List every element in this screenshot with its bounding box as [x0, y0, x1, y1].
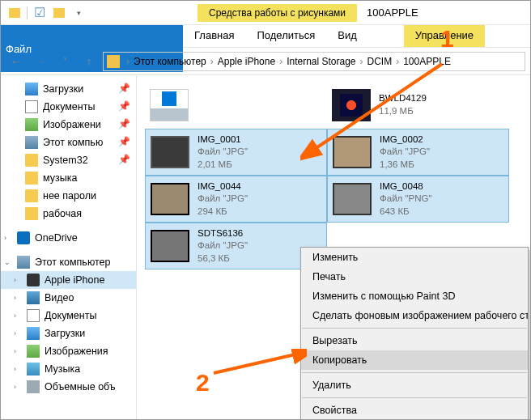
sidebar-item-video[interactable]: ›Видео	[1, 289, 136, 307]
pin-icon: 📌	[118, 136, 131, 149]
ctx-properties[interactable]: Свойства	[301, 401, 528, 420]
up-button[interactable]: ↑	[79, 51, 100, 72]
back-button[interactable]: ←	[6, 51, 27, 72]
sidebar-item-volumes[interactable]: ›Объемные объ	[1, 378, 136, 396]
thumbnail	[151, 183, 189, 215]
tab-share[interactable]: Поделиться	[245, 25, 326, 47]
separator	[302, 328, 527, 329]
sidebar-item-work[interactable]: рабочая	[1, 205, 136, 223]
file-info: SDTS6136 Файл "JPG" 56,3 КБ	[198, 227, 248, 265]
file-item[interactable]: IMG_0048 Файл "PNG" 643 КБ	[327, 176, 509, 223]
file-size: 2,01 МБ	[198, 159, 248, 172]
file-item[interactable]	[145, 82, 327, 129]
phone-icon	[27, 274, 40, 286]
sidebar-item-pictures2[interactable]: ›Изображения	[1, 342, 136, 360]
folder-icon	[25, 154, 38, 167]
tab-view[interactable]: Вид	[326, 25, 368, 47]
sidebar-item-nopass[interactable]: нее пароли	[1, 187, 136, 205]
sidebar-item-thispc-quick[interactable]: Этот компью📌	[1, 134, 136, 151]
sidebar-item-documents[interactable]: Документы📌	[1, 98, 136, 116]
separator	[302, 372, 527, 373]
file-type: 11,9 МБ	[379, 105, 427, 118]
sidebar-item-system32[interactable]: System32📌	[1, 151, 136, 169]
ctx-wallpaper[interactable]: Сделать фоновым изображением рабочего ст…	[301, 306, 528, 325]
pin-icon: 📌	[118, 118, 131, 131]
sidebar-item-onedrive[interactable]: ›OneDrive	[1, 229, 136, 247]
sidebar-item-downloads2[interactable]: ›Загрузки	[1, 325, 136, 342]
breadcrumb[interactable]: › Этот компьютер› Apple iPhone› Internal…	[103, 52, 525, 71]
document-icon	[25, 100, 38, 113]
file-name: IMG_0001	[198, 134, 248, 146]
ctx-print[interactable]: Печать	[301, 267, 528, 286]
ctx-delete[interactable]: Удалить	[301, 375, 528, 395]
picture-icon	[27, 345, 40, 358]
forward-button[interactable]: →	[30, 51, 51, 72]
sidebar-item-pictures[interactable]: Изображени📌	[1, 116, 136, 134]
file-type: Файл "JPG"	[198, 240, 248, 252]
thumbnail	[333, 136, 372, 168]
thumbnail	[332, 89, 371, 121]
file-type: Файл "PNG"	[380, 193, 432, 206]
chevron-right-icon: ›	[14, 312, 22, 320]
sidebar-item-music2[interactable]: ›Музыка	[1, 360, 136, 378]
file-size: 294 КБ	[198, 206, 248, 218]
file-item[interactable]: IMG_0001 Файл "JPG" 2,01 МБ	[145, 129, 327, 176]
file-name: SDTS6136	[198, 227, 248, 240]
drive-icon	[27, 380, 40, 393]
folder-icon	[107, 55, 120, 68]
annotation-2: 2	[196, 369, 210, 397]
file-info: IMG_0044 Файл "JPG" 294 КБ	[198, 180, 248, 218]
file-size: 56,3 КБ	[198, 252, 248, 265]
crumb-storage[interactable]: Internal Storage	[284, 56, 358, 67]
pin-icon: 📌	[118, 100, 131, 113]
ctx-cut[interactable]: Вырезать	[301, 331, 528, 350]
properties-icon[interactable]: ☑	[31, 4, 49, 22]
file-type: Файл "JPG"	[198, 146, 248, 159]
file-item[interactable]: IMG_0044 Файл "JPG" 294 КБ	[145, 176, 327, 223]
sidebar-item-downloads[interactable]: Загрузки📌	[1, 80, 136, 98]
file-type: Файл "JPG"	[380, 146, 430, 159]
chevron-right-icon: ›	[14, 365, 22, 373]
separator	[302, 397, 527, 398]
ctx-paint3d[interactable]: Изменить с помощью Paint 3D	[301, 286, 528, 306]
music-icon	[27, 363, 40, 375]
file-type: Файл "JPG"	[198, 193, 248, 206]
file-item[interactable]: BWLD4129 11,9 МБ	[327, 82, 509, 129]
chevron-down-icon: ⌄	[4, 258, 12, 266]
chevron-right-icon: ›	[14, 347, 22, 355]
chevron-right-icon: ›	[14, 383, 22, 391]
file-item[interactable]: IMG_0002 Файл "JPG" 1,36 МБ	[327, 129, 509, 176]
ctx-edit[interactable]: Изменить	[301, 248, 528, 267]
onedrive-icon	[17, 231, 30, 244]
new-folder-icon[interactable]	[50, 4, 68, 22]
annotation-1: 1	[440, 25, 454, 53]
thumbnail	[151, 230, 189, 262]
sidebar-item-documents2[interactable]: ›Документы	[1, 307, 136, 325]
download-icon	[25, 83, 38, 95]
recent-dropdown-icon[interactable]: ˅	[54, 51, 75, 72]
sidebar-item-iphone[interactable]: ›Apple iPhone	[1, 271, 136, 289]
document-icon	[27, 309, 40, 322]
thumbnail	[150, 89, 189, 121]
crumb-iphone[interactable]: Apple iPhone	[215, 56, 278, 67]
sidebar-item-thispc[interactable]: ⌄Этот компьютер	[1, 253, 136, 271]
crumb-pc[interactable]: Этот компьютер	[131, 56, 209, 67]
pin-icon: 📌	[118, 154, 131, 167]
sidebar-item-music-q[interactable]: музыка	[1, 169, 136, 187]
ctx-copy[interactable]: Копировать	[301, 350, 528, 370]
file-info: IMG_0002 Файл "JPG" 1,36 МБ	[380, 134, 430, 172]
title-bar: ☑ ▾ Средства работы с рисунками 100APPLE	[1, 1, 530, 25]
crumb-100apple[interactable]: 100APPLE	[401, 56, 453, 67]
video-icon	[27, 291, 40, 304]
tab-home[interactable]: Главная	[183, 25, 245, 47]
file-name: IMG_0048	[380, 180, 432, 193]
pin-icon: 📌	[118, 83, 131, 95]
file-size: 643 КБ	[380, 206, 432, 218]
qat-dropdown-icon[interactable]: ▾	[70, 4, 87, 22]
folder-icon[interactable]	[6, 4, 23, 22]
file-name: BWLD4129	[379, 92, 427, 105]
picture-icon	[25, 118, 38, 131]
pc-icon	[25, 136, 38, 149]
quick-access-toolbar: ☑ ▾	[1, 4, 92, 22]
crumb-dcim[interactable]: DCIM	[365, 56, 395, 67]
